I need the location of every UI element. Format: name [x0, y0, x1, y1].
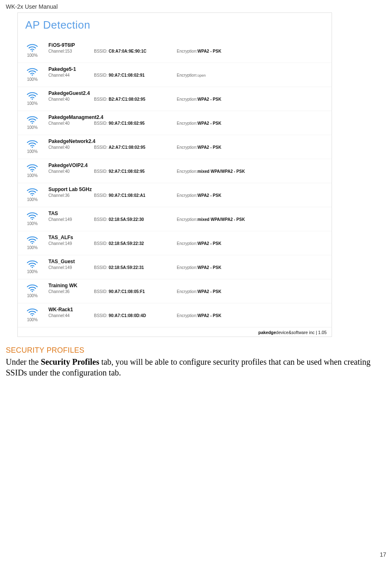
signal-strength: 100%: [27, 269, 38, 274]
network-cell: Support Lab 5GHzChannel:36BSSID: 90:A7:C…: [47, 183, 175, 207]
bssid-label: BSSID:: [94, 145, 109, 150]
ap-list-row: 100%PakedgeGuest2.4Channel:40BSSID: B2:A…: [18, 87, 332, 111]
para-pre: Under the: [6, 357, 41, 366]
ssid-name: TAS_Guest: [48, 259, 173, 264]
bssid-label: BSSID:: [94, 193, 109, 198]
svg-point-5: [31, 170, 33, 172]
security-profiles-paragraph: Under the Security Profiles tab, you wil…: [6, 356, 386, 378]
signal-strength: 100%: [27, 245, 38, 250]
wifi-icon: [26, 235, 38, 245]
channel-label: Channel:: [48, 265, 65, 270]
encryption-label: Encryption:: [177, 289, 197, 294]
ap-list-row: 100%PakedgeNetwork2.4Channel:40BSSID: A2…: [18, 135, 332, 159]
bssid-value: C8:A7:0A:9E:90:1C: [109, 49, 147, 53]
ssid-name: PakedgeManagment2.4: [48, 114, 173, 120]
encryption-label: Encryption:: [177, 145, 197, 150]
channel-value: 149: [65, 217, 72, 222]
svg-point-4: [31, 146, 33, 148]
wifi-icon: [26, 187, 38, 196]
channel-label: Channel:: [48, 193, 65, 198]
signal-strength: 100%: [27, 101, 38, 106]
security-profiles-heading: SECURITY PROFILES: [6, 346, 386, 355]
svg-point-7: [31, 218, 33, 220]
panel-title: AP Detection: [18, 13, 332, 39]
bssid-value: 02:18:5A:59:22:32: [109, 241, 144, 246]
bssid-label: BSSID:: [94, 289, 109, 294]
encryption-value: WPA2 - PSK: [197, 313, 221, 318]
wifi-icon: [26, 91, 38, 100]
bssid-label: BSSID:: [94, 241, 109, 246]
channel-value: 149: [65, 241, 72, 246]
channel-label: Channel:: [48, 121, 65, 126]
svg-point-8: [31, 242, 33, 244]
network-cell: PakedgeVOIP2.4Channel:40BSSID: 92:A7:C1:…: [47, 159, 175, 183]
channel-value: 44: [65, 73, 70, 78]
channel-label: Channel:: [48, 169, 65, 174]
signal-cell: 100%: [18, 159, 47, 183]
encryption-cell: Encryption:WPA2 - PSK: [175, 135, 332, 159]
ap-list-row: 100%Pakedge5-1Channel:44BSSID: 90:A7:C1:…: [18, 63, 332, 87]
channel-value: 40: [65, 169, 70, 174]
ap-list-row: 100%Training WKChannel:36BSSID: 90:A7:C1…: [18, 279, 332, 303]
channel-value: 149: [65, 265, 72, 270]
screenshot-footer: pakedgedevice&software inc | 1.05: [18, 327, 332, 337]
bssid-value: 90:A7:C1:08:05:F1: [109, 289, 145, 294]
svg-point-1: [31, 74, 33, 75]
network-cell: PakedgeNetwork2.4Channel:40BSSID: A2:A7:…: [47, 135, 175, 159]
bssid-value: 02:18:5A:59:22:30: [109, 217, 144, 222]
signal-strength: 100%: [27, 149, 38, 154]
ap-list-row: 100%TAS_GuestChannel:149BSSID: 02:18:5A:…: [18, 255, 332, 279]
bssid-label: BSSID:: [94, 73, 109, 78]
bssid-value: 90:A7:C1:08:02:95: [109, 121, 145, 126]
wifi-icon: [26, 211, 38, 220]
bssid-value: 92:A7:C1:08:02:95: [109, 169, 145, 174]
signal-strength: 100%: [27, 77, 38, 82]
encryption-cell: Encryption:mixed WPA/WPA2 - PSK: [175, 207, 332, 231]
wifi-icon: [26, 67, 38, 76]
signal-cell: 100%: [18, 135, 47, 159]
network-cell: TASChannel:149BSSID: 02:18:5A:59:22:30: [47, 207, 175, 231]
ap-list-row: 100%PakedgeManagment2.4Channel:40BSSID: …: [18, 111, 332, 135]
svg-point-10: [31, 291, 33, 292]
encryption-label: Encryption:: [177, 313, 197, 318]
channel-label: Channel:: [48, 73, 65, 78]
ap-list-row: 100%Support Lab 5GHzChannel:36BSSID: 90:…: [18, 183, 332, 207]
channel-label: Channel:: [48, 289, 65, 294]
encryption-cell: Encryption:WPA2 - PSK: [175, 231, 332, 255]
bssid-label: BSSID:: [94, 121, 109, 126]
encryption-cell: Encryption:WPA2 - PSK: [175, 183, 332, 207]
ap-list-row: 100%TAS_ALFsChannel:149BSSID: 02:18:5A:5…: [18, 231, 332, 255]
channel-value: 40: [65, 121, 70, 126]
channel-label: Channel:: [48, 49, 65, 53]
page-number: 17: [380, 551, 386, 558]
signal-cell: 100%: [18, 63, 47, 87]
wifi-icon: [26, 139, 38, 148]
encryption-value: WPA2 - PSK: [197, 49, 221, 53]
signal-cell: 100%: [18, 39, 47, 63]
encryption-label: Encryption:: [177, 217, 197, 222]
encryption-cell: Encryption:mixed WPA/WPA2 - PSK: [175, 159, 332, 183]
bssid-value: A2:A7:C1:08:02:95: [109, 145, 145, 150]
ap-list-row: 100%PakedgeVOIP2.4Channel:40BSSID: 92:A7…: [18, 159, 332, 183]
encryption-label: Encryption:: [177, 97, 197, 102]
encryption-value: open: [197, 73, 206, 78]
encryption-cell: Encryption:WPA2 - PSK: [175, 279, 332, 303]
bssid-value: B2:A7:C1:08:02:95: [109, 97, 145, 102]
bssid-label: BSSID:: [94, 49, 109, 53]
signal-cell: 100%: [18, 183, 47, 207]
channel-value: 36: [65, 289, 70, 294]
ssid-name: Support Lab 5GHz: [48, 187, 173, 192]
signal-strength: 100%: [27, 197, 38, 202]
wifi-icon: [26, 163, 38, 172]
channel-label: Channel:: [48, 97, 65, 102]
network-cell: TAS_ALFsChannel:149BSSID: 02:18:5A:59:22…: [47, 231, 175, 255]
svg-point-9: [31, 266, 33, 268]
svg-point-11: [31, 315, 33, 316]
signal-cell: 100%: [18, 87, 47, 111]
network-cell: PakedgeGuest2.4Channel:40BSSID: B2:A7:C1…: [47, 87, 175, 111]
para-bold: Security Profiles: [41, 357, 99, 366]
svg-point-0: [31, 50, 33, 51]
ssid-name: Pakedge5-1: [48, 66, 173, 72]
network-cell: TAS_GuestChannel:149BSSID: 02:18:5A:59:2…: [47, 255, 175, 279]
encryption-label: Encryption:: [177, 73, 197, 78]
